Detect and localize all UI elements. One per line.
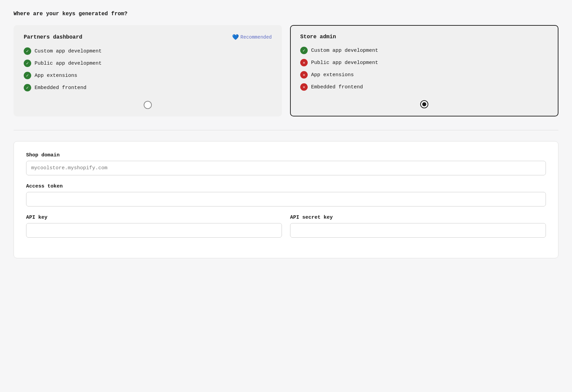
partners-radio-area[interactable] (24, 101, 272, 109)
cards-row: Partners dashboard 💙 Recommended Custom … (14, 25, 558, 116)
feature-label: App extensions (311, 72, 354, 78)
divider (14, 130, 558, 130)
cross-icon (300, 83, 308, 91)
api-key-input[interactable] (26, 223, 282, 238)
form-section: Shop domain Access token API key API sec… (14, 141, 558, 258)
access-token-label: Access token (26, 183, 546, 189)
shop-domain-group: Shop domain (26, 152, 546, 175)
access-token-input[interactable] (26, 192, 546, 206)
store-admin-card-header: Store admin (300, 34, 548, 40)
partners-card-header: Partners dashboard 💙 Recommended (24, 34, 272, 41)
feature-label: Custom app development (311, 48, 378, 53)
list-item: Public app development (300, 59, 548, 66)
check-icon (24, 60, 31, 67)
cross-icon (300, 59, 308, 66)
check-icon (24, 72, 31, 79)
page-question: Where are your keys generated from? (14, 11, 558, 17)
access-token-group: Access token (26, 183, 546, 206)
store-admin-card-title: Store admin (300, 34, 336, 40)
check-icon (24, 47, 31, 55)
api-key-group: API key (26, 215, 282, 238)
partners-feature-list: Custom app development Public app develo… (24, 47, 272, 91)
list-item: App extensions (300, 71, 548, 79)
list-item: Public app development (24, 60, 272, 67)
check-icon (24, 84, 31, 91)
partners-radio[interactable] (144, 101, 152, 109)
list-item: Custom app development (24, 47, 272, 55)
feature-label: Custom app development (35, 48, 102, 54)
list-item: Embedded frontend (300, 83, 548, 91)
store-admin-radio[interactable] (420, 100, 428, 108)
radio-inner (422, 102, 426, 106)
api-secret-key-group: API secret key (290, 215, 546, 238)
recommended-label: Recommended (241, 35, 272, 40)
feature-label: Embedded frontend (35, 85, 86, 91)
store-admin-feature-list: Custom app development Public app develo… (300, 47, 548, 91)
list-item: Embedded frontend (24, 84, 272, 91)
api-secret-key-label: API secret key (290, 215, 546, 220)
feature-label: Embedded frontend (311, 84, 363, 90)
store-admin-card[interactable]: Store admin Custom app development Publi… (290, 25, 558, 116)
list-item: Custom app development (300, 47, 548, 54)
partners-dashboard-card[interactable]: Partners dashboard 💙 Recommended Custom … (14, 25, 282, 116)
api-key-label: API key (26, 215, 282, 220)
heart-icon: 💙 (232, 34, 239, 41)
feature-label: Public app development (311, 60, 378, 66)
shop-domain-input[interactable] (26, 161, 546, 175)
cross-icon (300, 71, 308, 79)
store-admin-radio-area[interactable] (300, 100, 548, 108)
feature-label: Public app development (35, 61, 102, 66)
partners-card-title: Partners dashboard (24, 34, 82, 40)
feature-label: App extensions (35, 73, 77, 79)
api-secret-key-input[interactable] (290, 223, 546, 238)
shop-domain-label: Shop domain (26, 152, 546, 158)
check-icon (300, 47, 308, 54)
recommended-badge: 💙 Recommended (232, 34, 272, 41)
api-keys-row: API key API secret key (26, 215, 546, 246)
list-item: App extensions (24, 72, 272, 79)
